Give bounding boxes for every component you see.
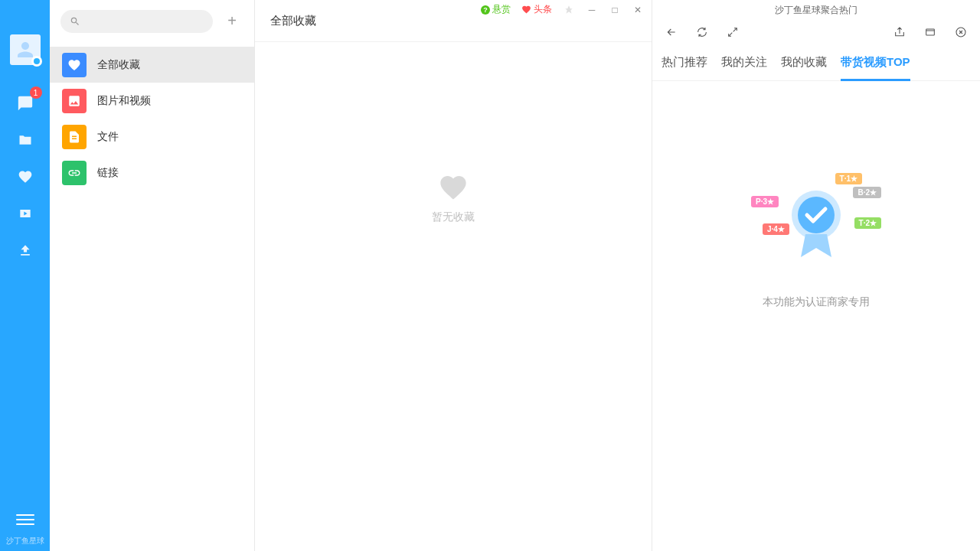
tab-following[interactable]: 我的关注 (721, 55, 767, 80)
tag-b2: B·2★ (853, 187, 881, 198)
category-label: 图片和视频 (97, 94, 151, 108)
svg-rect-0 (926, 29, 935, 35)
reward-tag[interactable]: ? 悬赏 (481, 3, 511, 16)
certification-graphic: T·1★ B·2★ P·3★ J·4★ T·2★ (755, 173, 877, 280)
browser-tabs: 热门推荐 我的关注 我的收藏 带货视频TOP (652, 44, 980, 81)
category-panel: + 全部收藏 图片和视频 文件 链接 (50, 0, 255, 551)
category-search-row: + (50, 0, 254, 42)
pin-icon[interactable] (563, 4, 575, 16)
heart-icon (521, 5, 531, 15)
link-icon (62, 161, 87, 185)
question-icon: ? (481, 5, 490, 15)
image-icon (62, 89, 87, 113)
search-icon (70, 16, 80, 27)
category-label: 文件 (97, 130, 119, 144)
sidebar-chat[interactable]: 1 (10, 88, 41, 119)
tag-t1: T·1★ (835, 173, 862, 184)
category-links[interactable]: 链接 (50, 155, 254, 191)
tag-p3: P·3★ (751, 196, 779, 207)
heart-icon (62, 53, 87, 77)
content-title: 全部收藏 (270, 14, 316, 28)
tab-favorites[interactable]: 我的收藏 (781, 55, 827, 80)
search-input[interactable] (60, 10, 213, 33)
category-all[interactable]: 全部收藏 (50, 47, 254, 83)
add-button[interactable]: + (220, 10, 243, 33)
back-button[interactable] (665, 25, 678, 39)
browser-title: 沙丁鱼星球聚合热门 (652, 0, 980, 20)
user-avatar[interactable] (10, 34, 41, 65)
close-panel-button[interactable] (954, 25, 968, 39)
browser-panel: 沙丁鱼星球聚合热门 热门推荐 我的关注 我的收藏 带货视频TOP T·1★ B·… (652, 0, 980, 551)
share-button[interactable] (893, 25, 906, 39)
close-button[interactable]: ✕ (632, 4, 644, 16)
sidebar-folder[interactable] (10, 125, 41, 155)
category-label: 全部收藏 (97, 58, 140, 72)
file-icon (62, 125, 87, 149)
refresh-button[interactable] (695, 25, 709, 39)
certification-text: 本功能为认证商家专用 (763, 295, 870, 309)
browser-body: T·1★ B·2★ P·3★ J·4★ T·2★ 本功能为认证商家专用 (652, 81, 980, 551)
minimize-button[interactable]: ─ (586, 4, 598, 16)
category-label: 链接 (97, 166, 119, 180)
sidebar-upload[interactable] (10, 235, 41, 266)
svg-point-3 (798, 197, 835, 233)
menu-icon[interactable] (16, 511, 34, 528)
expand-button[interactable] (726, 25, 740, 39)
sidebar-video[interactable] (10, 198, 41, 229)
avatar-status-dot (31, 56, 42, 67)
chat-badge: 1 (30, 86, 42, 99)
tab-popular[interactable]: 热门推荐 (662, 55, 707, 80)
window-button[interactable] (923, 25, 937, 39)
category-list: 全部收藏 图片和视频 文件 链接 (50, 42, 254, 195)
headline-tag[interactable]: 头条 (521, 3, 552, 16)
brand-label: 沙丁鱼星球 (6, 536, 44, 546)
app-sidebar: 1 沙丁鱼星球 (0, 0, 50, 551)
empty-state-text: 暂无收藏 (432, 210, 475, 224)
empty-state: 暂无收藏 (255, 42, 652, 551)
content-panel: 全部收藏 ? 悬赏 头条 ─ □ ✕ 暂无收藏 (255, 0, 652, 551)
content-header: 全部收藏 ? 悬赏 头条 ─ □ ✕ (255, 0, 652, 42)
window-controls: ? 悬赏 头条 ─ □ ✕ (481, 3, 644, 16)
tag-t2: T·2★ (854, 217, 881, 229)
medal-icon (784, 188, 849, 265)
tab-video-top[interactable]: 带货视频TOP (841, 55, 910, 81)
browser-toolbar (652, 20, 980, 44)
heart-icon (438, 172, 469, 203)
category-media[interactable]: 图片和视频 (50, 83, 254, 119)
maximize-button[interactable]: □ (609, 4, 621, 16)
category-files[interactable]: 文件 (50, 119, 254, 155)
sidebar-favorites[interactable] (10, 161, 41, 192)
